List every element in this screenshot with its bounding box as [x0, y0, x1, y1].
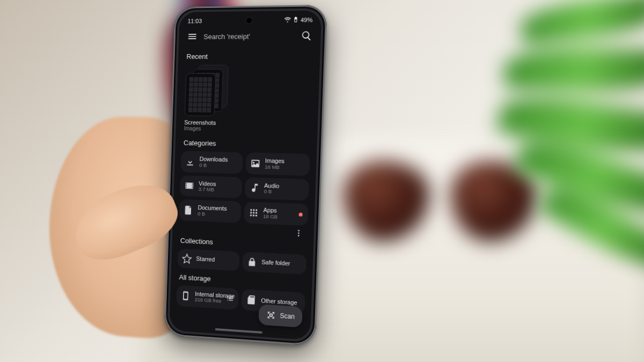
image-icon: [250, 158, 261, 169]
recent-item-subtitle: Images: [184, 125, 223, 132]
svg-point-12: [298, 232, 299, 234]
wifi-icon: [284, 16, 291, 24]
scan-button[interactable]: Scan: [258, 304, 303, 328]
tile-subtitle: 3.7 MB: [199, 187, 216, 193]
audio-icon: [249, 182, 260, 194]
category-apps[interactable]: Apps18 GB: [244, 202, 308, 226]
category-videos[interactable]: Videos3.7 MB: [180, 175, 242, 198]
svg-point-8: [250, 215, 252, 216]
phone-frame: 11:03 49% Search 'receipt': [164, 5, 327, 346]
category-documents[interactable]: Documents0 B: [179, 200, 241, 223]
recent-item-screenshots[interactable]: Screenshots Images: [184, 65, 224, 132]
phone-screen: 11:03 49% Search 'receipt': [169, 10, 321, 340]
more-icon[interactable]: [294, 228, 303, 238]
scan-label: Scan: [280, 312, 295, 321]
svg-point-9: [253, 215, 254, 216]
category-images[interactable]: Images16 MB: [245, 152, 310, 175]
menu-icon[interactable]: [187, 31, 197, 42]
tile-subtitle: 0 B: [264, 189, 279, 195]
tile-subtitle: 0 B: [197, 211, 226, 218]
storage-internal[interactable]: Internal storage218 GB free: [176, 285, 239, 310]
svg-point-10: [255, 215, 257, 216]
recent-row: Screenshots Images: [175, 65, 320, 138]
tile-subtitle: 0 B: [199, 162, 228, 169]
scan-icon: [266, 310, 276, 320]
categories-grid: Downloads0 B Images16 MB Videos3.7 MB Au…: [173, 151, 317, 228]
search-icon[interactable]: [301, 30, 312, 41]
category-downloads[interactable]: Downloads0 B: [180, 151, 243, 174]
battery-percent: 49%: [301, 17, 313, 24]
tile-title: Safe folder: [261, 259, 290, 268]
tile-subtitle: 16 MB: [265, 164, 284, 171]
svg-point-2: [250, 209, 252, 211]
lock-icon: [246, 256, 257, 268]
search-placeholder[interactable]: Search 'receipt': [203, 32, 295, 40]
tile-title: Starred: [196, 255, 215, 263]
svg-point-4: [255, 209, 257, 211]
svg-point-11: [298, 230, 299, 231]
notification-dot-icon: [299, 212, 303, 216]
list-icon[interactable]: [226, 294, 235, 304]
status-right: 49%: [284, 16, 313, 24]
thumbnail-stack: [185, 65, 225, 116]
category-audio[interactable]: Audio0 B: [245, 177, 309, 201]
svg-point-5: [250, 212, 252, 213]
video-icon: [184, 180, 195, 191]
sd-icon: [246, 294, 257, 306]
nav-pill[interactable]: [215, 328, 262, 334]
battery-icon: [292, 16, 299, 24]
star-icon: [181, 253, 192, 264]
recent-title: Recent: [178, 49, 320, 65]
status-time: 11:03: [188, 18, 202, 24]
search-bar[interactable]: Search 'receipt': [179, 27, 321, 49]
collection-safe-folder[interactable]: Safe folder: [242, 252, 306, 275]
collection-starred[interactable]: Starred: [177, 248, 239, 271]
svg-point-3: [253, 209, 254, 211]
download-icon: [185, 156, 195, 167]
tile-subtitle: 18 GB: [263, 213, 277, 220]
apps-icon: [248, 207, 259, 218]
svg-point-6: [253, 212, 254, 213]
document-icon: [183, 205, 194, 216]
background-plant: [483, 0, 644, 268]
svg-point-7: [255, 212, 257, 213]
svg-point-13: [298, 235, 299, 237]
phone-icon: [180, 291, 191, 302]
